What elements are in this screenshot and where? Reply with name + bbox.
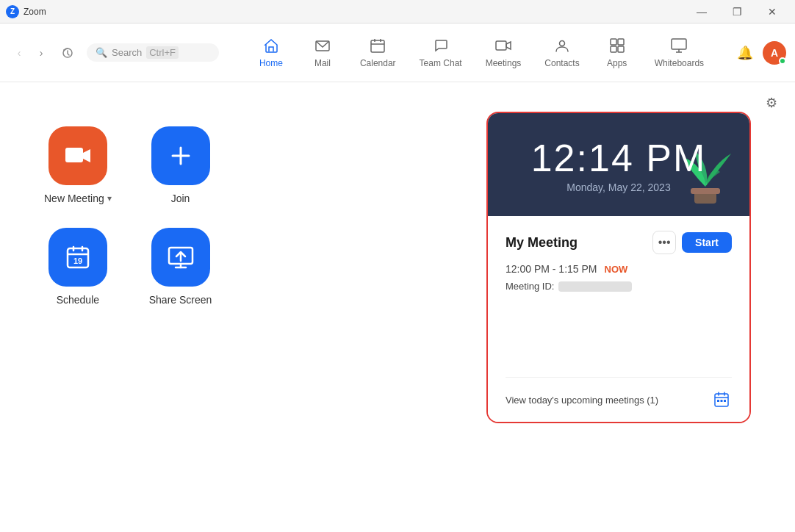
online-status-indicator [779,57,786,65]
tab-apps-label: Apps [607,58,627,68]
close-button[interactable]: ✕ [755,0,789,24]
svg-rect-8 [611,39,616,45]
svg-rect-12 [672,39,686,49]
tab-contacts[interactable]: Contacts [533,32,591,74]
svg-rect-10 [611,46,616,52]
svg-rect-2 [371,40,384,52]
action-grid: New Meeting ▾ Join [44,126,214,306]
tab-home-label: Home [259,58,283,68]
nav-history-controls: ‹ › [9,43,51,63]
tab-mail-label: Mail [314,58,331,68]
svg-rect-15 [65,148,83,162]
user-avatar[interactable]: A [763,41,786,65]
svg-point-7 [560,40,565,46]
meeting-time-range: 12:00 PM - 1:15 PM [506,263,597,275]
tab-whiteboards-label: Whiteboards [655,58,704,68]
meeting-id-label: Meeting ID: [506,281,554,292]
tab-apps[interactable]: Apps [591,32,643,74]
now-badge: NOW [605,264,628,275]
calendar-nav-icon [370,37,386,56]
tab-teamchat[interactable]: Team Chat [408,32,474,74]
svg-rect-34 [721,400,723,402]
upcoming-meetings-link[interactable]: View today's upcoming meetings (1) [506,395,658,406]
join-label: Join [171,193,190,204]
nav-right-controls: 🔔 A [733,41,786,65]
tab-whiteboards[interactable]: Whiteboards [643,32,716,74]
tab-meetings-label: Meetings [486,58,522,68]
join-button[interactable] [151,126,210,185]
tab-contacts-label: Contacts [544,58,579,68]
right-panel: 12:14 PM Monday, May 22, 2023 [486,112,751,423]
tab-calendar-label: Calendar [360,58,396,68]
notifications-button[interactable]: 🔔 [733,41,757,65]
meetings-icon [495,37,511,56]
contacts-icon [554,37,570,56]
back-button[interactable]: ‹ [9,43,29,63]
meeting-footer: View today's upcoming meetings (1) [506,377,732,410]
tab-teamchat-label: Team Chat [420,58,462,68]
svg-rect-35 [724,400,726,402]
window-controls: — ❐ ✕ [685,0,789,24]
clock-date: Monday, May 22, 2023 [566,181,670,193]
clock-content: 12:14 PM Monday, May 22, 2023 [531,136,707,193]
apps-icon [609,37,625,56]
action-item-new-meeting: New Meeting ▾ [44,126,112,204]
meeting-header-actions: ••• Start [652,231,732,254]
search-shortcut: Ctrl+F [146,46,179,59]
history-button[interactable] [57,43,78,63]
home-icon [263,37,279,56]
minimize-button[interactable]: — [685,0,719,24]
clock-card: 12:14 PM Monday, May 22, 2023 [488,113,749,216]
svg-rect-11 [618,46,624,52]
svg-text:19: 19 [73,256,82,265]
teamchat-icon [433,37,449,56]
title-bar: Z Zoom — ❐ ✕ [0,0,795,24]
tab-meetings[interactable]: Meetings [474,32,533,74]
schedule-button[interactable]: 19 [48,228,107,287]
new-meeting-label: New Meeting ▾ [44,193,112,204]
tab-home[interactable]: Home [245,32,297,74]
zoom-logo-icon: Z [6,5,19,18]
forward-button[interactable]: › [31,43,51,63]
app-logo: Z Zoom [6,5,46,18]
nav-bar: ‹ › 🔍 Search Ctrl+F Home [0,24,795,82]
mail-icon [314,37,331,56]
share-screen-label: Share Screen [149,294,212,306]
meeting-id-redacted [558,281,632,292]
main-nav: Home Mail Calendar [231,32,730,74]
settings-button[interactable]: ⚙ [760,91,783,115]
tab-calendar[interactable]: Calendar [348,32,408,74]
maximize-button[interactable]: ❐ [720,0,754,24]
tab-mail[interactable]: Mail [297,32,348,74]
svg-rect-9 [618,39,624,45]
main-content: ⚙ New Meeting ▾ [0,82,795,532]
action-item-schedule: 19 Schedule [44,228,112,306]
meeting-title: My Meeting [506,235,578,251]
search-bar[interactable]: 🔍 Search Ctrl+F [87,43,219,62]
clock-time: 12:14 PM [531,136,707,180]
new-meeting-button[interactable] [48,126,107,185]
meeting-card: My Meeting ••• Start 12:00 PM - 1:15 PM … [488,216,749,422]
search-label: Search [112,47,142,58]
meeting-time-row: 12:00 PM - 1:15 PM NOW [506,263,732,275]
whiteboards-icon [671,37,687,56]
meeting-start-button[interactable]: Start [682,232,732,253]
share-screen-button[interactable] [151,228,210,287]
meeting-section: 12:14 PM Monday, May 22, 2023 [486,112,751,423]
meeting-id-row: Meeting ID: [506,281,732,292]
action-item-join: Join [147,126,215,204]
meeting-more-button[interactable]: ••• [652,231,676,254]
search-icon: 🔍 [96,47,107,58]
app-title: Zoom [24,7,46,17]
action-item-share-screen: Share Screen [147,228,215,306]
svg-rect-33 [717,400,719,402]
schedule-label: Schedule [57,294,99,306]
meeting-header: My Meeting ••• Start [506,231,732,254]
calendar-icon-button[interactable] [711,389,732,410]
svg-rect-6 [496,41,506,50]
